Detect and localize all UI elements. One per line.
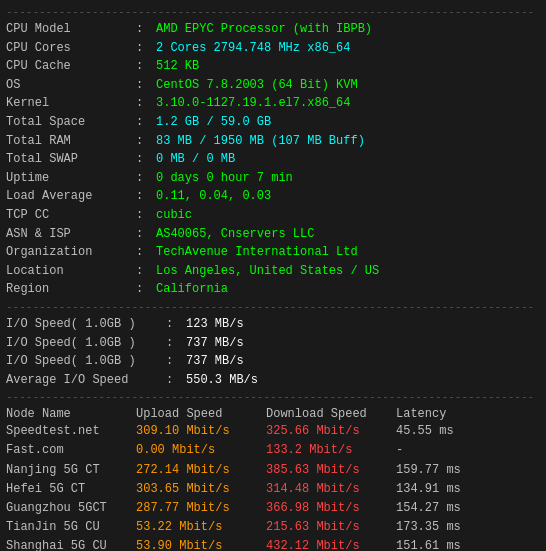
io-label-3: I/O Speed( 1.0GB ) [6, 352, 166, 371]
col-name-0: Speedtest.net [6, 422, 136, 441]
sep-loadavg: : [136, 187, 152, 206]
col-latency-3: 134.91 ms [396, 480, 540, 499]
label-asnisp: ASN & ISP [6, 225, 136, 244]
info-row-kernel: Kernel : 3.10.0-1127.19.1.el7.x86_64 [6, 94, 540, 113]
col-tag-5: CU [85, 518, 113, 537]
label-location: Location [6, 262, 136, 281]
sep-uptime: : [136, 169, 152, 188]
info-row-org: Organization : TechAvenue International … [6, 243, 540, 262]
col-latency-2: 159.77 ms [396, 461, 540, 480]
col-upload-6: 53.90 Mbit/s [136, 537, 266, 551]
io-row-2: I/O Speed( 1.0GB ) : 737 MB/s [6, 334, 540, 353]
value-org: TechAvenue International Ltd [156, 243, 358, 262]
sep-tcpcc: : [136, 206, 152, 225]
info-row-tcpcc: TCP CC : cubic [6, 206, 540, 225]
io-sep-avg: : [166, 371, 182, 390]
value-asnisp: AS40065, Cnservers LLC [156, 225, 314, 244]
info-row-loadavg: Load Average : 0.11, 0.04, 0.03 [6, 187, 540, 206]
col-tag-3: CT [71, 480, 99, 499]
col-name-2: Nanjing 5G CT [6, 461, 136, 480]
speed-row-2: Nanjing 5G CT 272.14 Mbit/s 385.63 Mbit/… [6, 461, 540, 480]
label-org: Organization [6, 243, 136, 262]
value-uptime: 0 days 0 hour 7 min [156, 169, 293, 188]
value-totalswap: 0 MB / 0 MB [156, 150, 235, 169]
value-loadavg: 0.11, 0.04, 0.03 [156, 187, 271, 206]
sep-kernel: : [136, 94, 152, 113]
label-kernel: Kernel [6, 94, 136, 113]
col-latency-4: 154.27 ms [396, 499, 540, 518]
io-value-avg: 550.3 MB/s [186, 371, 258, 390]
io-row-3: I/O Speed( 1.0GB ) : 737 MB/s [6, 352, 540, 371]
label-cpumodel: CPU Model [6, 20, 136, 39]
top-divider: ----------------------------------------… [6, 6, 540, 18]
speed-row-1: Fast.com 0.00 Mbit/s 133.2 Mbit/s - [6, 441, 540, 460]
value-region: California [156, 280, 228, 299]
th-download: Download Speed [266, 407, 396, 421]
label-region: Region [6, 280, 136, 299]
io-label-2: I/O Speed( 1.0GB ) [6, 334, 166, 353]
col-download-5: 215.63 Mbit/s [266, 518, 396, 537]
info-row-cpucache: CPU Cache : 512 KB [6, 57, 540, 76]
speed-row-6: Shanghai 5G CU 53.90 Mbit/s 432.12 Mbit/… [6, 537, 540, 551]
io-value-1: 123 MB/s [186, 315, 244, 334]
sep-totalspace: : [136, 113, 152, 132]
label-loadavg: Load Average [6, 187, 136, 206]
info-row-totalswap: Total SWAP : 0 MB / 0 MB [6, 150, 540, 169]
col-name-4: Guangzhou 5GCT [6, 499, 136, 518]
sep-cpucores: : [136, 39, 152, 58]
th-latency: Latency [396, 407, 540, 421]
value-location: Los Angeles, United States / US [156, 262, 379, 281]
col-latency-5: 173.35 ms [396, 518, 540, 537]
speed-row-3: Hefei 5G CT 303.65 Mbit/s 314.48 Mbit/s … [6, 480, 540, 499]
value-totalspace: 1.2 GB / 59.0 GB [156, 113, 271, 132]
col-upload-5: 53.22 Mbit/s [136, 518, 266, 537]
col-tag-4: CT [92, 499, 120, 518]
mid-divider2: ----------------------------------------… [6, 391, 540, 403]
info-row-region: Region : California [6, 280, 540, 299]
col-latency-6: 151.61 ms [396, 537, 540, 551]
sep-cpucache: : [136, 57, 152, 76]
io-sep-1: : [166, 315, 182, 334]
col-download-0: 325.66 Mbit/s [266, 422, 396, 441]
value-cpucores: 2 Cores 2794.748 MHz x86_64 [156, 39, 350, 58]
io-row-1: I/O Speed( 1.0GB ) : 123 MB/s [6, 315, 540, 334]
label-totalswap: Total SWAP [6, 150, 136, 169]
label-cpucores: CPU Cores [6, 39, 136, 58]
io-sep-2: : [166, 334, 182, 353]
col-download-2: 385.63 Mbit/s [266, 461, 396, 480]
sep-totalswap: : [136, 150, 152, 169]
main-container: ----------------------------------------… [0, 0, 546, 551]
info-row-asnisp: ASN & ISP : AS40065, Cnservers LLC [6, 225, 540, 244]
sep-totalram: : [136, 132, 152, 151]
io-section: I/O Speed( 1.0GB ) : 123 MB/s I/O Speed(… [6, 315, 540, 389]
label-tcpcc: TCP CC [6, 206, 136, 225]
sep-cpumodel: : [136, 20, 152, 39]
mid-divider1: ----------------------------------------… [6, 301, 540, 313]
io-label-1: I/O Speed( 1.0GB ) [6, 315, 166, 334]
speed-row-4: Guangzhou 5GCT 287.77 Mbit/s 366.98 Mbit… [6, 499, 540, 518]
col-name-3: Hefei 5G CT [6, 480, 136, 499]
io-row-avg: Average I/O Speed : 550.3 MB/s [6, 371, 540, 390]
sep-asnisp: : [136, 225, 152, 244]
col-download-3: 314.48 Mbit/s [266, 480, 396, 499]
col-download-1: 133.2 Mbit/s [266, 441, 396, 460]
info-row-uptime: Uptime : 0 days 0 hour 7 min [6, 169, 540, 188]
info-row-location: Location : Los Angeles, United States / … [6, 262, 540, 281]
sep-location: : [136, 262, 152, 281]
io-value-2: 737 MB/s [186, 334, 244, 353]
value-os: CentOS 7.8.2003 (64 Bit) KVM [156, 76, 358, 95]
col-name-5: TianJin 5G CU [6, 518, 136, 537]
info-row-cpucores: CPU Cores : 2 Cores 2794.748 MHz x86_64 [6, 39, 540, 58]
col-download-4: 366.98 Mbit/s [266, 499, 396, 518]
io-value-3: 737 MB/s [186, 352, 244, 371]
col-upload-2: 272.14 Mbit/s [136, 461, 266, 480]
col-latency-0: 45.55 ms [396, 422, 540, 441]
col-upload-1: 0.00 Mbit/s [136, 441, 266, 460]
th-nodename: Node Name [6, 407, 136, 421]
sep-region: : [136, 280, 152, 299]
col-upload-4: 287.77 Mbit/s [136, 499, 266, 518]
value-tcpcc: cubic [156, 206, 192, 225]
speedtest-rows: Speedtest.net 309.10 Mbit/s 325.66 Mbit/… [6, 422, 540, 551]
label-cpucache: CPU Cache [6, 57, 136, 76]
col-tag-6: CU [92, 537, 120, 551]
